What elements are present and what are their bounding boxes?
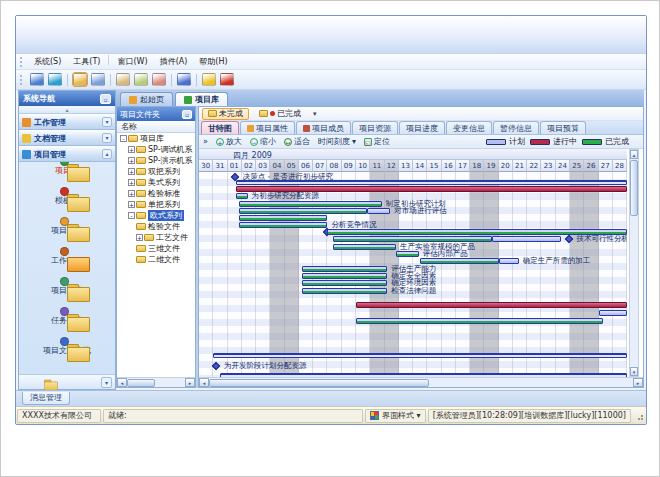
globe-icon[interactable] xyxy=(48,73,62,86)
mail-icon[interactable] xyxy=(116,73,130,86)
expand-icon[interactable]: + xyxy=(128,168,135,175)
expand-icon[interactable]: + xyxy=(128,201,135,208)
nav-footer-chevron-button[interactable]: ▾ xyxy=(101,377,112,388)
gantt-bar-plan[interactable] xyxy=(599,310,627,316)
expand-icon[interactable]: + xyxy=(128,190,135,197)
tree-node-美式系列[interactable]: +美式系列 xyxy=(117,177,195,188)
expand-icon[interactable]: + xyxy=(128,157,135,164)
filter-complete-button[interactable]: 已完成 xyxy=(253,108,307,120)
stop-icon[interactable] xyxy=(220,73,234,86)
chevron-icon[interactable]: ▾ xyxy=(102,117,112,127)
nav-scroll-up-button[interactable]: ▴ xyxy=(19,106,115,114)
tab-暂停信息[interactable]: 暂停信息 xyxy=(493,121,539,134)
tree-scroll-right-button[interactable]: ▸ xyxy=(185,378,195,387)
filter-incomplete-button[interactable]: 未完成 xyxy=(202,108,249,120)
gantt-bar-progress[interactable] xyxy=(356,302,627,308)
tree-node-SP-演示机系[interactable]: +SP-演示机系 xyxy=(117,155,195,166)
menu-item-0[interactable]: 系统(S) xyxy=(28,55,67,68)
gantt-bar-mixed[interactable] xyxy=(239,208,367,214)
tree-node-双把系列[interactable]: +双把系列 xyxy=(117,166,195,177)
menu-item-4[interactable]: 帮助(H) xyxy=(193,55,233,68)
gantt-bar-summary[interactable] xyxy=(213,353,627,358)
fit-button[interactable]: ↔适合 xyxy=(280,136,314,147)
chevron-icon[interactable]: ▾ xyxy=(102,133,112,143)
tree-node-SP-调试机系[interactable]: +SP-调试机系 xyxy=(117,144,195,155)
gantt-bar-mixed[interactable] xyxy=(302,266,388,272)
gantt-bar-mixed[interactable] xyxy=(239,201,382,207)
gantt-vscroll-thumb[interactable] xyxy=(630,160,638,216)
mail-refresh-icon[interactable] xyxy=(134,73,148,86)
gantt-scroll-right-button[interactable]: ▸ xyxy=(633,378,643,387)
gantt-bar-mixed[interactable] xyxy=(239,215,327,221)
tree-node-三维文件[interactable]: 三维文件 xyxy=(117,243,195,254)
nav-group-工作管理[interactable]: 工作管理▾ xyxy=(19,114,115,130)
gantt-bar-mixed[interactable] xyxy=(236,193,247,199)
gantt-bar-mixed[interactable] xyxy=(302,288,388,294)
nav-group-文档管理[interactable]: 文档管理▾ xyxy=(19,130,115,146)
chevron-icon[interactable]: ▴ xyxy=(102,149,112,159)
gantt-bar-mixed[interactable] xyxy=(356,318,603,324)
workspace-icon[interactable] xyxy=(30,73,44,86)
zoom-out-button[interactable]: −缩小 xyxy=(246,136,280,147)
tree-scroll-left-button[interactable]: ◂ xyxy=(117,378,127,387)
tree-node-单把系列[interactable]: +单把系列 xyxy=(117,199,195,210)
gantt-hscroll-thumb[interactable] xyxy=(209,379,429,387)
nav-group-项目管理[interactable]: 项目管理▴ xyxy=(19,146,115,162)
gantt-bar-mixed[interactable] xyxy=(239,222,327,228)
gantt-vertical-scrollbar[interactable]: ▴ ▾ xyxy=(629,149,639,377)
tab-项目进度[interactable]: 项目进度 xyxy=(399,121,445,134)
resize-grip[interactable] xyxy=(634,411,644,421)
zoom-in-button[interactable]: +放大 xyxy=(212,136,246,147)
tree-node-项目库[interactable]: -项目库 xyxy=(117,133,195,144)
tree-horizontal-scrollbar[interactable]: ◂ ▸ xyxy=(117,377,195,387)
menu-item-1[interactable]: 工具(T) xyxy=(67,55,106,68)
tree-scroll-thumb[interactable] xyxy=(127,379,155,387)
tab-变更信息[interactable]: 变更信息 xyxy=(446,121,492,134)
collapse-icon[interactable]: - xyxy=(120,135,127,142)
gantt-bar-plan[interactable] xyxy=(499,258,519,264)
doc-tab-项目库[interactable]: 项目库 xyxy=(175,92,228,106)
gantt-bar-mixed[interactable] xyxy=(302,273,388,279)
gantt-scroll-left-button[interactable]: ◂ xyxy=(199,378,209,387)
doc-tab-起始页[interactable]: 起始页 xyxy=(120,92,173,106)
gantt-bar-plan[interactable] xyxy=(367,208,390,214)
gantt-bar-summary[interactable] xyxy=(236,180,627,185)
timescale-dropdown[interactable]: 时间刻度▾ xyxy=(314,136,360,147)
tab-甘特图[interactable]: 甘特图 xyxy=(201,121,239,134)
gantt-scroll-up-button[interactable]: ▴ xyxy=(630,150,638,159)
locate-button[interactable]: ◱定位 xyxy=(360,136,394,147)
tab-项目成员[interactable]: 项目成员 xyxy=(296,121,351,134)
expand-icon[interactable]: + xyxy=(136,234,143,241)
tab-项目预算[interactable]: 项目预算 xyxy=(540,121,586,134)
tab-项目资源[interactable]: 项目资源 xyxy=(352,121,398,134)
toolbar-overflow-button[interactable]: » xyxy=(199,137,212,146)
expand-icon[interactable]: + xyxy=(128,146,135,153)
expand-icon[interactable]: + xyxy=(128,179,135,186)
folder-open-icon[interactable] xyxy=(73,73,87,86)
nav-pin-icon[interactable]: ▫ xyxy=(100,94,111,104)
gantt-bar-mixed[interactable] xyxy=(333,244,396,250)
menu-item-2[interactable]: 窗口(W) xyxy=(111,55,153,68)
tree-node-欧式系列[interactable]: -欧式系列 xyxy=(117,210,195,221)
collapse-icon[interactable]: - xyxy=(128,212,135,219)
lock-icon[interactable] xyxy=(202,73,216,86)
gantt-scroll-down-button[interactable]: ▾ xyxy=(630,367,638,376)
ui-style-button[interactable]: 界面样式 ▾ xyxy=(365,409,426,423)
gantt-horizontal-scrollbar[interactable]: ◂ ▸ xyxy=(199,377,643,387)
tab-项目属性[interactable]: 项目属性 xyxy=(240,121,295,134)
help-icon[interactable] xyxy=(177,73,191,86)
mail-delete-icon[interactable] xyxy=(152,73,166,86)
menu-item-3[interactable]: 插件(A) xyxy=(154,55,194,68)
gantt-bar-plan[interactable] xyxy=(492,236,562,242)
gantt-bar-mixed[interactable] xyxy=(302,280,388,286)
gantt-bar-mixed[interactable] xyxy=(396,251,419,257)
message-management-tab[interactable]: 消息管理 xyxy=(22,392,70,405)
filter-more-button[interactable]: ▾ xyxy=(313,110,317,118)
sidebar-item-项目文档查找[interactable]: 项目文档查找 xyxy=(19,342,115,372)
folder-window-icon[interactable] xyxy=(91,73,105,86)
tree-node-工艺文件[interactable]: +工艺文件 xyxy=(117,232,195,243)
tree-pin-icon[interactable]: ▫ xyxy=(182,110,192,119)
tree-node-检验文件[interactable]: 检验文件 xyxy=(117,221,195,232)
tree-node-二维文件[interactable]: 二维文件 xyxy=(117,254,195,265)
tree-node-检验标准[interactable]: +检验标准 xyxy=(117,188,195,199)
